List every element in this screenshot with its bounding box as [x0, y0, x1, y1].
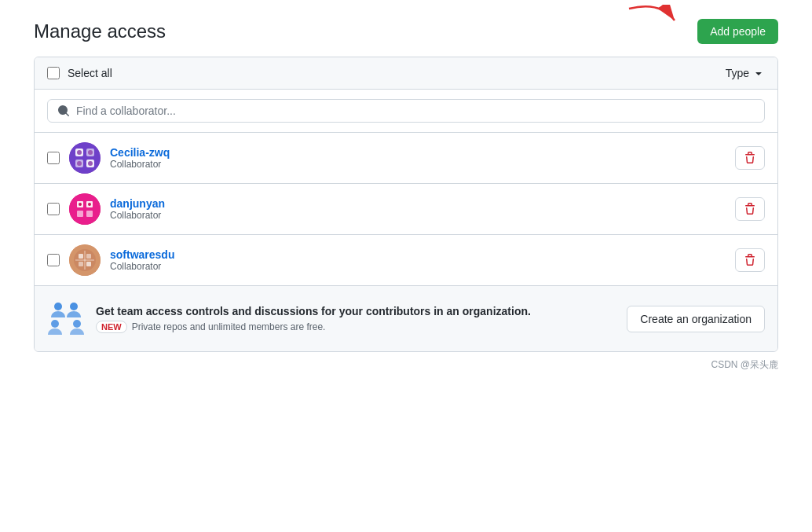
org-sub-text: Private repos and unlimited members are … [132, 321, 326, 332]
svg-point-26 [70, 303, 78, 310]
organization-icon [47, 299, 85, 339]
trash-icon [744, 152, 756, 164]
collaborator-left: Cecilia-zwq Collaborator [47, 142, 170, 174]
org-banner: Get team access controls and discussions… [35, 286, 777, 351]
collaborator-left: danjunyan Collaborator [47, 193, 165, 225]
svg-point-27 [51, 320, 59, 328]
trash-icon [744, 203, 756, 215]
svg-point-9 [88, 161, 93, 166]
svg-point-7 [88, 150, 93, 155]
svg-point-16 [88, 203, 91, 206]
svg-rect-20 [86, 254, 91, 259]
svg-rect-13 [77, 211, 83, 217]
svg-rect-19 [79, 254, 83, 259]
svg-point-25 [54, 303, 62, 310]
watermark: CSDN @呆头鹿 [34, 358, 778, 372]
svg-point-15 [79, 203, 82, 206]
collaborator-name-softwaresdu[interactable]: softwaresdu [110, 248, 174, 261]
collaborator-row: softwaresdu Collaborator [35, 235, 777, 286]
avatar-softwaresdu [69, 244, 101, 276]
select-all-checkbox[interactable] [47, 67, 60, 79]
svg-rect-14 [86, 211, 93, 217]
svg-point-1 [69, 142, 101, 174]
page-header: Manage access Add people [34, 19, 778, 44]
collaborator-name-danjunyan[interactable]: danjunyan [110, 197, 165, 210]
select-all-row: Select all Type [35, 57, 777, 90]
add-people-button[interactable]: Add people [697, 19, 778, 44]
org-text-block: Get team access controls and discussions… [96, 305, 531, 333]
collaborator-role-danjunyan: Collaborator [110, 210, 165, 221]
delete-button-danjunyan[interactable] [735, 197, 765, 221]
avatar-cecilia [69, 142, 101, 174]
collaborator-checkbox-danjunyan[interactable] [47, 203, 60, 215]
collaborator-info-softwaresdu: softwaresdu Collaborator [110, 248, 174, 272]
delete-button-softwaresdu[interactable] [735, 248, 765, 272]
svg-point-10 [69, 193, 101, 225]
collaborator-left: softwaresdu Collaborator [47, 244, 174, 276]
avatar-danjunyan [69, 193, 101, 225]
collaborator-checkbox-cecilia[interactable] [47, 152, 60, 164]
page-title: Manage access [34, 20, 166, 42]
collaborator-name-cecilia[interactable]: Cecilia-zwq [110, 146, 170, 159]
collaborator-role-cecilia: Collaborator [110, 159, 170, 170]
search-icon [57, 105, 70, 117]
collaborator-checkbox-softwaresdu[interactable] [47, 254, 60, 266]
svg-rect-22 [86, 262, 91, 266]
trash-icon [744, 254, 756, 266]
create-organization-button[interactable]: Create an organization [627, 306, 765, 332]
svg-point-8 [77, 161, 82, 166]
org-banner-left: Get team access controls and discussions… [47, 299, 531, 339]
search-input-wrapper [47, 99, 765, 123]
manage-access-panel: Select all Type [34, 57, 778, 352]
chevron-down-icon [752, 67, 765, 79]
type-label: Type [726, 67, 749, 79]
search-input[interactable] [76, 105, 755, 117]
new-badge: NEW [96, 321, 127, 333]
collaborator-row: Cecilia-zwq Collaborator [35, 133, 777, 184]
delete-button-cecilia[interactable] [735, 146, 765, 170]
org-main-text: Get team access controls and discussions… [96, 305, 531, 317]
select-all-label: Select all [68, 67, 112, 79]
collaborator-info-danjunyan: danjunyan Collaborator [110, 197, 165, 221]
collaborator-role-softwaresdu: Collaborator [110, 261, 174, 272]
arrow-indicator [621, 5, 684, 39]
search-row [35, 90, 777, 133]
svg-rect-21 [79, 262, 83, 266]
svg-point-28 [73, 320, 81, 328]
collaborator-info-cecilia: Cecilia-zwq Collaborator [110, 146, 170, 170]
select-all-left: Select all [47, 67, 112, 79]
org-sub-row: NEW Private repos and unlimited members … [96, 321, 531, 333]
type-dropdown[interactable]: Type [726, 67, 765, 79]
collaborator-row: danjunyan Collaborator [35, 184, 777, 235]
svg-point-6 [77, 150, 82, 155]
